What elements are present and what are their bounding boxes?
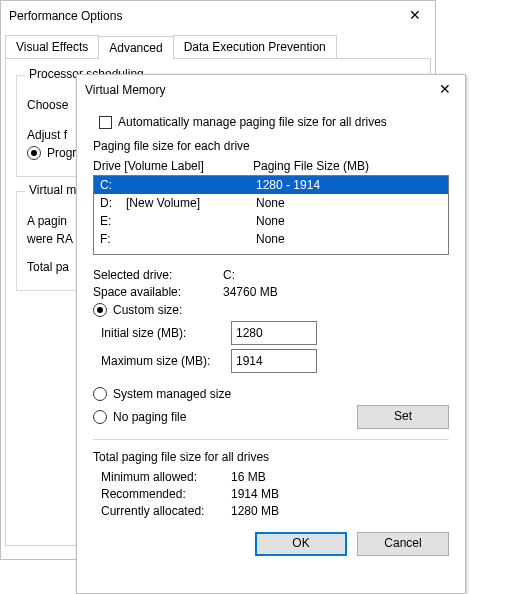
close-icon[interactable]: ✕ — [433, 79, 457, 99]
max-size-input[interactable] — [231, 349, 317, 373]
custom-size-label: Custom size: — [113, 303, 182, 317]
each-drive-title: Paging file size for each drive — [93, 139, 449, 153]
space-k: Space available: — [93, 285, 223, 299]
vm-title: Virtual Memory — [85, 83, 165, 97]
drive-letter: C: — [100, 178, 126, 192]
drive-row[interactable]: D:[New Volume]None — [94, 194, 448, 212]
radio-icon — [27, 146, 41, 160]
drive-row[interactable]: E:None — [94, 212, 448, 230]
space-available-row: Space available: 34760 MB — [93, 285, 449, 299]
drive-letter: F: — [100, 232, 126, 246]
min-v: 16 MB — [231, 470, 266, 484]
auto-manage-checkbox[interactable]: Automatically manage paging file size fo… — [99, 115, 449, 129]
selected-drive-k: Selected drive: — [93, 268, 223, 282]
cur-v: 1280 MB — [231, 504, 279, 518]
tab-visual-effects[interactable]: Visual Effects — [5, 35, 99, 58]
close-icon[interactable]: ✕ — [403, 5, 427, 25]
col-drive: Drive [Volume Label] — [93, 159, 253, 173]
custom-size-radio[interactable]: Custom size: — [93, 303, 449, 317]
col-size: Paging File Size (MB) — [253, 159, 369, 173]
drive-list[interactable]: C:1280 - 1914D:[New Volume]NoneE:NoneF:N… — [93, 175, 449, 255]
max-size-label: Maximum size (MB): — [93, 354, 231, 368]
tab-dep[interactable]: Data Execution Prevention — [173, 35, 337, 58]
drive-paging-size: None — [256, 232, 442, 246]
drive-list-header: Drive [Volume Label] Paging File Size (M… — [93, 159, 449, 173]
programs-label: Progr — [47, 146, 76, 160]
initial-size-input[interactable] — [231, 321, 317, 345]
drive-paging-size: 1280 - 1914 — [256, 178, 442, 192]
perf-title: Performance Options — [9, 9, 122, 23]
currently-allocated-row: Currently allocated: 1280 MB — [93, 504, 449, 518]
vm-titlebar: Virtual Memory ✕ — [77, 75, 465, 105]
min-allowed-row: Minimum allowed: 16 MB — [93, 470, 449, 484]
selected-drive-v: C: — [223, 268, 235, 282]
divider — [93, 439, 449, 440]
rec-k: Recommended: — [101, 487, 231, 501]
cur-k: Currently allocated: — [101, 504, 231, 518]
radio-icon — [93, 303, 107, 317]
recommended-row: Recommended: 1914 MB — [93, 487, 449, 501]
drive-row[interactable]: C:1280 - 1914 — [94, 176, 448, 194]
space-v: 34760 MB — [223, 285, 278, 299]
perf-tabs: Visual Effects Advanced Data Execution P… — [5, 35, 431, 58]
checkbox-icon — [99, 116, 112, 129]
virtual-memory-window: Virtual Memory ✕ Automatically manage pa… — [76, 74, 466, 594]
min-k: Minimum allowed: — [101, 470, 231, 484]
no-paging-label: No paging file — [113, 410, 186, 424]
ok-button[interactable]: OK — [255, 532, 347, 556]
no-paging-radio[interactable]: No paging file — [93, 410, 357, 424]
drive-row[interactable]: F:None — [94, 230, 448, 248]
drive-letter: E: — [100, 214, 126, 228]
tab-advanced[interactable]: Advanced — [98, 36, 173, 59]
rec-v: 1914 MB — [231, 487, 279, 501]
system-managed-label: System managed size — [113, 387, 231, 401]
cancel-button[interactable]: Cancel — [357, 532, 449, 556]
set-button[interactable]: Set — [357, 405, 449, 429]
drive-letter: D: — [100, 196, 126, 210]
system-managed-radio[interactable]: System managed size — [93, 387, 449, 401]
initial-size-label: Initial size (MB): — [93, 326, 231, 340]
drive-paging-size: None — [256, 196, 442, 210]
selected-drive-row: Selected drive: C: — [93, 268, 449, 282]
drive-volume: [New Volume] — [126, 196, 256, 210]
radio-icon — [93, 387, 107, 401]
drive-paging-size: None — [256, 214, 442, 228]
auto-manage-label: Automatically manage paging file size fo… — [118, 115, 387, 129]
perf-titlebar: Performance Options ✕ — [1, 1, 435, 31]
totals-title: Total paging file size for all drives — [93, 450, 449, 464]
radio-icon — [93, 410, 107, 424]
virtual-memory-legend: Virtual m — [25, 183, 80, 197]
